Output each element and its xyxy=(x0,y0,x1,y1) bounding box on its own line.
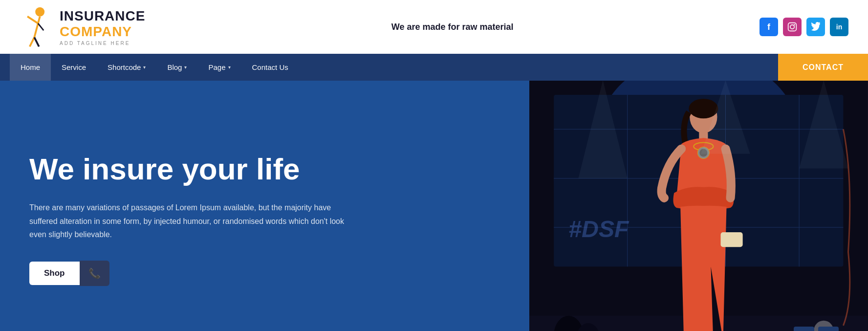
hero-section: We insure your life There are many varia… xyxy=(0,81,868,331)
shop-button[interactable]: Shop xyxy=(29,262,80,285)
svg-text:#DSF: #DSF xyxy=(569,216,630,242)
hero-title: We insure your life xyxy=(29,152,500,186)
carousel-controls: ‹ › xyxy=(794,327,839,331)
hero-description: There are many variations of passages of… xyxy=(29,201,352,241)
nav-item-blog[interactable]: Blog ▾ xyxy=(156,54,197,81)
svg-line-1 xyxy=(34,17,40,38)
page-chevron-icon: ▾ xyxy=(228,65,231,70)
svg-point-0 xyxy=(35,7,44,17)
facebook-icon[interactable]: f xyxy=(760,18,778,36)
header-tagline: We are made for raw material xyxy=(391,22,514,32)
phone-button[interactable]: 📞 xyxy=(80,261,109,286)
phone-icon: 📞 xyxy=(88,267,101,279)
hero-image: #DSF xyxy=(529,81,868,331)
social-icons: f in xyxy=(760,18,848,36)
logo-tagline: ADD TAGLINE HERE xyxy=(60,41,145,46)
svg-line-5 xyxy=(34,37,39,46)
nav-item-contact-us[interactable]: Contact Us xyxy=(241,54,299,81)
hero-actions: Shop 📞 xyxy=(29,261,500,286)
navigation: Home Service Shortcode ▾ Blog ▾ Page ▾ C… xyxy=(0,54,868,81)
linkedin-icon[interactable]: in xyxy=(830,18,848,36)
svg-line-4 xyxy=(30,37,34,46)
nav-item-service[interactable]: Service xyxy=(51,54,97,81)
logo-text: INSURANCE COMPANY ADD TAGLINE HERE xyxy=(60,8,145,46)
blog-chevron-icon: ▾ xyxy=(184,65,187,70)
logo-company: COMPANY xyxy=(60,24,145,40)
logo-area: INSURANCE COMPANY ADD TAGLINE HERE xyxy=(20,5,145,49)
nav-contact-button[interactable]: CONTACT xyxy=(778,54,868,81)
logo-insurance: INSURANCE xyxy=(60,8,145,24)
carousel-next-button[interactable]: › xyxy=(818,327,839,331)
carousel-prev-button[interactable]: ‹ xyxy=(794,327,814,331)
shortcode-chevron-icon: ▾ xyxy=(143,65,146,70)
instagram-icon[interactable] xyxy=(783,18,802,36)
svg-point-8 xyxy=(794,24,795,25)
hero-image-placeholder: #DSF xyxy=(529,81,868,331)
twitter-icon[interactable] xyxy=(806,18,825,36)
hero-image-svg: #DSF xyxy=(529,81,868,331)
nav-items: Home Service Shortcode ▾ Blog ▾ Page ▾ C… xyxy=(0,54,778,81)
nav-item-page[interactable]: Page ▾ xyxy=(197,54,241,81)
nav-item-home[interactable]: Home xyxy=(10,54,51,81)
nav-item-shortcode[interactable]: Shortcode ▾ xyxy=(97,54,156,81)
header: INSURANCE COMPANY ADD TAGLINE HERE We ar… xyxy=(0,0,868,54)
svg-rect-28 xyxy=(721,232,743,247)
hero-content: We insure your life There are many varia… xyxy=(0,81,529,331)
svg-line-2 xyxy=(27,17,38,23)
svg-point-7 xyxy=(790,25,794,29)
logo-icon xyxy=(20,5,54,49)
svg-line-3 xyxy=(38,23,43,30)
svg-rect-6 xyxy=(788,23,797,31)
